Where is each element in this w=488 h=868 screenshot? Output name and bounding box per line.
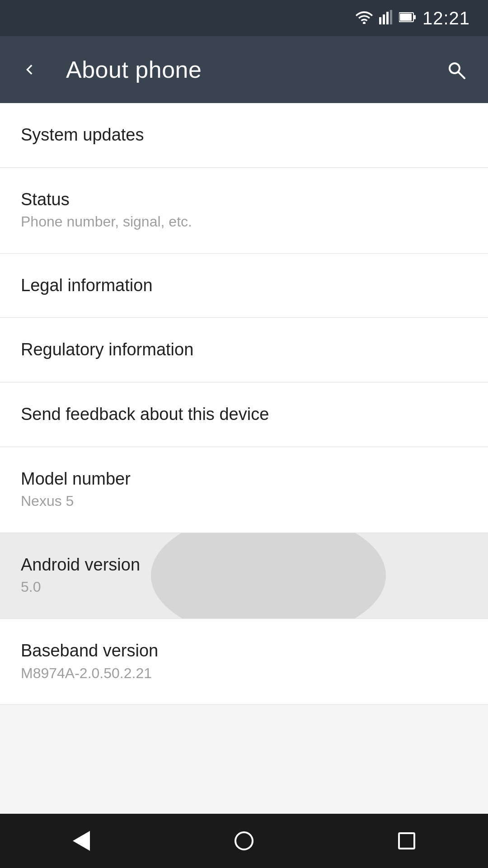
system-updates-title: System updates bbox=[21, 125, 467, 146]
search-button[interactable] bbox=[440, 59, 472, 80]
list-item-android-version[interactable]: Android version 5.0 bbox=[0, 533, 488, 619]
page-title: About phone bbox=[66, 56, 422, 83]
status-title: Status bbox=[21, 189, 467, 210]
back-button[interactable] bbox=[16, 60, 48, 80]
nav-back-button[interactable] bbox=[54, 814, 108, 868]
svg-rect-4 bbox=[390, 10, 392, 24]
regulatory-information-title: Regulatory information bbox=[21, 340, 467, 360]
send-feedback-title: Send feedback about this device bbox=[21, 404, 467, 425]
list-item-model-number[interactable]: Model number Nexus 5 bbox=[0, 447, 488, 533]
nav-home-icon bbox=[235, 831, 253, 850]
navigation-bar bbox=[0, 814, 488, 868]
status-time: 12:21 bbox=[422, 8, 470, 28]
signal-icon bbox=[379, 10, 393, 26]
svg-point-0 bbox=[363, 22, 366, 24]
svg-rect-1 bbox=[379, 17, 381, 24]
svg-rect-3 bbox=[386, 12, 389, 24]
battery-icon bbox=[399, 11, 416, 25]
nav-recent-button[interactable] bbox=[380, 814, 434, 868]
nav-home-button[interactable] bbox=[217, 814, 271, 868]
svg-rect-7 bbox=[414, 15, 416, 19]
nav-recent-icon bbox=[398, 832, 415, 849]
ripple-effect bbox=[151, 533, 386, 619]
list-item-system-updates[interactable]: System updates bbox=[0, 103, 488, 168]
status-subtitle: Phone number, signal, etc. bbox=[21, 212, 467, 231]
list-item-baseband-version[interactable]: Baseband version M8974A-2.0.50.2.21 bbox=[0, 619, 488, 705]
svg-line-9 bbox=[458, 72, 465, 78]
svg-rect-2 bbox=[383, 14, 385, 24]
nav-back-icon bbox=[73, 831, 90, 851]
list-item-regulatory-information[interactable]: Regulatory information bbox=[0, 318, 488, 382]
toolbar: About phone bbox=[0, 36, 488, 103]
svg-rect-6 bbox=[400, 14, 412, 21]
model-number-subtitle: Nexus 5 bbox=[21, 492, 467, 511]
wifi-icon bbox=[356, 10, 373, 26]
baseband-version-title: Baseband version bbox=[21, 641, 467, 661]
android-version-subtitle: 5.0 bbox=[21, 578, 467, 597]
status-icons: 12:21 bbox=[356, 8, 470, 28]
model-number-title: Model number bbox=[21, 469, 467, 490]
baseband-version-subtitle: M8974A-2.0.50.2.21 bbox=[21, 664, 467, 683]
android-version-title: Android version bbox=[21, 555, 467, 576]
settings-list: System updates Status Phone number, sign… bbox=[0, 103, 488, 705]
list-item-send-feedback[interactable]: Send feedback about this device bbox=[0, 382, 488, 447]
list-item-status[interactable]: Status Phone number, signal, etc. bbox=[0, 168, 488, 254]
list-item-legal-information[interactable]: Legal information bbox=[0, 254, 488, 318]
status-bar: 12:21 bbox=[0, 0, 488, 36]
legal-information-title: Legal information bbox=[21, 275, 467, 296]
